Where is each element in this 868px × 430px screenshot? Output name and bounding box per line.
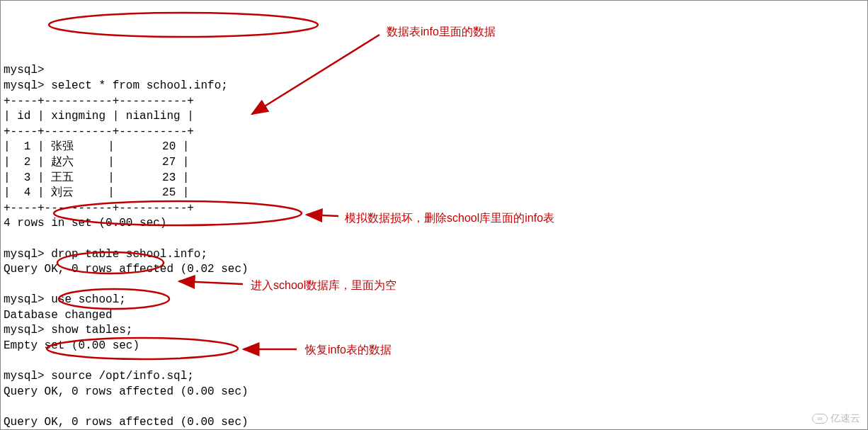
table-header: | id | xingming | nianling |	[4, 110, 194, 123]
svg-point-1	[49, 13, 318, 37]
table-border: +----+----------+----------+	[4, 125, 194, 138]
watermark: ∞ 亿速云	[812, 412, 860, 425]
prompt: mysql>	[4, 248, 45, 261]
table-row: | 4 | 刘云 | 25 |	[4, 186, 189, 199]
prompt: mysql>	[4, 324, 45, 336]
annotation-source: 恢复info表的数据	[305, 342, 392, 358]
table-border: +----+----------+----------+	[4, 95, 194, 108]
result-query-ok: Query OK, 0 rows affected (0.00 sec)	[4, 416, 249, 429]
result-db-changed: Database changed	[4, 309, 113, 322]
annotation-select: 数据表info里面的数据	[387, 24, 496, 40]
sql-show-command: show tables;	[51, 324, 132, 336]
table-row: | 1 | 张强 | 20 |	[4, 140, 189, 153]
watermark-text: 亿速云	[830, 412, 860, 425]
prompt: mysql>	[4, 370, 45, 383]
table-border: +----+----------+----------+	[4, 202, 194, 215]
terminal-output: mysql> mysql> select * from school.info;…	[4, 63, 864, 430]
table-row: | 3 | 王五 | 23 |	[4, 171, 189, 184]
watermark-icon: ∞	[812, 414, 828, 424]
sql-select-command: select * from school.info;	[51, 79, 228, 92]
result-query-ok: Query OK, 0 rows affected (0.02 sec)	[4, 263, 249, 276]
result-query-ok: Query OK, 0 rows affected (0.00 sec)	[4, 385, 249, 398]
result-rows-in-set: 4 rows in set (0.00 sec)	[4, 217, 166, 230]
annotation-drop: 模拟数据损坏，删除school库里面的info表	[345, 210, 554, 226]
prompt: mysql>	[4, 79, 45, 92]
sql-source-command: source /opt/info.sql;	[51, 370, 194, 383]
table-row: | 2 | 赵六 | 27 |	[4, 156, 189, 169]
sql-drop-command: drop table school.info;	[51, 248, 207, 261]
sql-use-command: use school;	[51, 293, 126, 306]
result-empty-set: Empty set (0.00 sec)	[4, 339, 139, 352]
prompt: mysql>	[4, 64, 45, 77]
annotation-use: 进入school数据库，里面为空	[251, 278, 396, 293]
prompt: mysql>	[4, 293, 45, 306]
